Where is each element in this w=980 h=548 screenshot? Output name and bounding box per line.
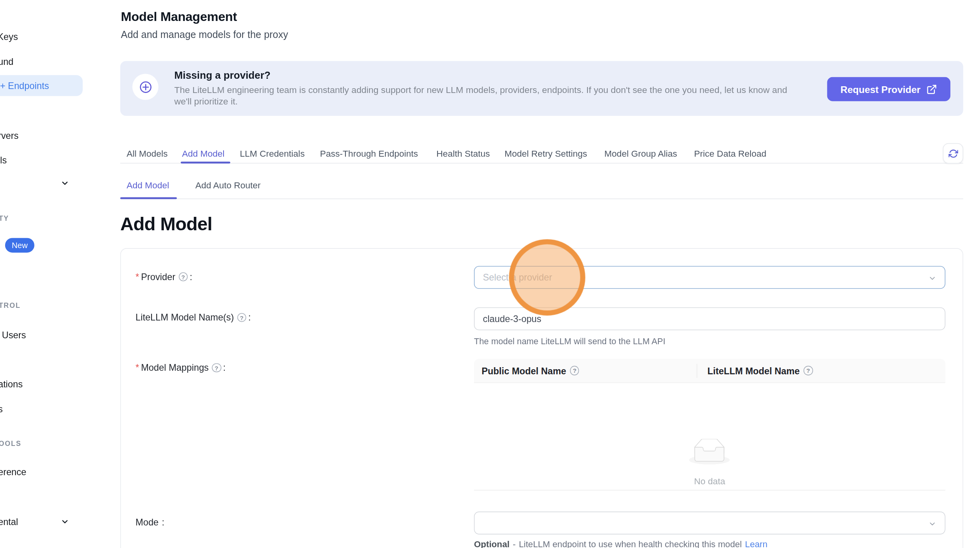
subtab-add-model[interactable]: Add Model [127, 180, 169, 190]
required-mark: * [136, 272, 139, 282]
help-icon[interactable]: ? [804, 366, 813, 375]
chevron-down-icon[interactable] [61, 179, 70, 188]
tab-price-data-reload[interactable]: Price Data Reload [694, 148, 766, 159]
request-provider-label: Request Provider [840, 83, 920, 94]
banner-text-line1: The LiteLLM engineering team is constant… [174, 85, 787, 95]
app-canvas: Keys und + Endpoints rvers ils TY New TR… [0, 0, 980, 548]
sidebar-item-servers[interactable]: rvers [0, 131, 19, 141]
mode-select[interactable] [474, 512, 946, 535]
request-provider-button[interactable]: Request Provider [827, 77, 950, 101]
tab-model-group-alias[interactable]: Model Group Alias [605, 148, 677, 159]
new-badge: New [5, 238, 34, 252]
help-icon[interactable]: ? [570, 366, 579, 375]
model-name-helper: The model name LiteLLM will send to the … [474, 337, 665, 346]
help-icon[interactable]: ? [237, 313, 246, 322]
tab-add-model[interactable]: Add Model [182, 148, 225, 159]
page-subtitle: Add and manage models for the proxy [121, 29, 288, 41]
external-link-icon [926, 83, 937, 94]
sidebar-item-reference[interactable]: erence [0, 467, 26, 477]
sidebar-section-header: TROL [0, 301, 21, 309]
required-mark: * [136, 363, 139, 373]
help-icon[interactable]: ? [212, 363, 221, 372]
header-divider [697, 364, 698, 378]
page-title: Model Management [121, 9, 237, 24]
sidebar-item-guardrails[interactable]: ils [0, 155, 7, 165]
add-model-heading: Add Model [120, 214, 212, 235]
chevron-down-icon [928, 520, 936, 528]
banner-title: Missing a provider? [174, 70, 271, 82]
no-data-text: No data [474, 476, 946, 486]
sidebar-item-keys[interactable]: Keys [0, 32, 18, 42]
table-empty-state: No data [474, 383, 946, 491]
sidebar: Keys und + Endpoints rvers ils TY New TR… [0, 0, 118, 548]
mode-label: Mode : [136, 517, 165, 527]
help-icon[interactable]: ? [178, 272, 188, 281]
column-litellm-model-name: LiteLLM Model Name ? [697, 359, 946, 382]
banner-text-line2: we'll prioritize it. [174, 96, 238, 106]
sidebar-item-playground[interactable]: und [0, 57, 13, 67]
sidebar-item-models-endpoints[interactable]: + Endpoints [0, 75, 83, 96]
mode-helper: Optional - LiteLLM endpoint to use when … [474, 540, 768, 548]
tabs-divider [120, 163, 963, 164]
refresh-icon [948, 148, 958, 158]
chevron-down-icon[interactable] [61, 517, 70, 526]
table-header: Public Model Name ? LiteLLM Model Name ? [474, 359, 946, 383]
sidebar-item-experimental[interactable]: ental [0, 517, 18, 527]
chevron-down-icon [928, 274, 936, 283]
click-highlight-indicator [509, 239, 585, 316]
sidebar-section-header: TY [0, 214, 9, 222]
sidebar-item-users[interactable]: Users [2, 330, 26, 341]
active-subtab-underline [120, 197, 177, 199]
empty-inbox-icon [689, 439, 730, 465]
tab-pass-through-endpoints[interactable]: Pass-Through Endpoints [320, 148, 418, 159]
active-tab-underline [181, 161, 230, 163]
tab-all-models[interactable]: All Models [127, 148, 168, 159]
model-mappings-label: * Model Mappings ? : [136, 363, 226, 373]
column-public-model-name: Public Model Name ? [474, 359, 697, 382]
sidebar-section-header: OOLS [0, 440, 21, 447]
sidebar-item-organizations[interactable]: ations [0, 379, 23, 389]
refresh-button[interactable] [943, 143, 963, 163]
sidebar-item-teams[interactable]: s [0, 404, 3, 414]
tab-llm-credentials[interactable]: LLM Credentials [240, 148, 305, 159]
sidebar-item-label: + Endpoints [0, 80, 49, 91]
learn-link[interactable]: Learn [745, 540, 768, 548]
model-names-label: LiteLLM Model Name(s) ? : [136, 313, 251, 323]
tab-health-status[interactable]: Health Status [436, 148, 490, 159]
subtabs-divider [120, 199, 963, 199]
subtab-add-auto-router[interactable]: Add Auto Router [195, 180, 261, 190]
provider-label: * Provider ? : [136, 272, 192, 282]
tab-model-retry-settings[interactable]: Model Retry Settings [504, 148, 587, 159]
plus-circle-icon [132, 74, 158, 100]
model-mappings-table: Public Model Name ? LiteLLM Model Name ?… [474, 359, 946, 491]
